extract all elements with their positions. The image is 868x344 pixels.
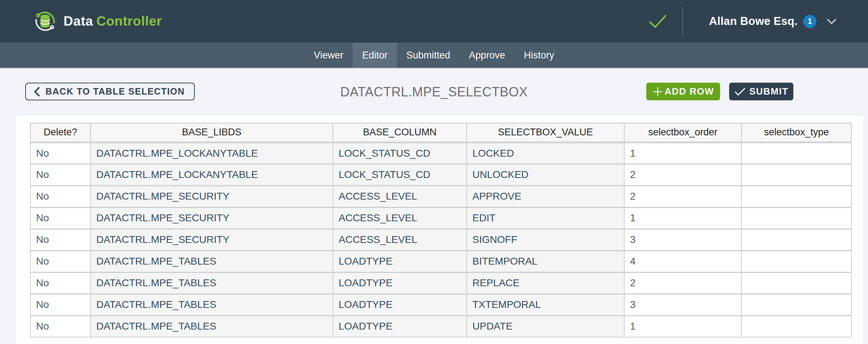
cell-delete[interactable]: No	[30, 164, 91, 186]
table-row: NoDATACTRL.MPE_TABLESLOADTYPEUPDATE1	[30, 315, 851, 337]
column-header-delete[interactable]: Delete?	[30, 123, 91, 142]
column-header-selectbox-order[interactable]: selectbox_order	[624, 123, 741, 142]
cell-selectbox-type[interactable]	[741, 272, 851, 294]
cell-selectbox-order[interactable]: 1	[624, 142, 741, 164]
header-divider	[682, 7, 683, 36]
check-icon[interactable]	[648, 14, 667, 29]
cell-base-libds[interactable]: DATACTRL.MPE_LOCKANYTABLE	[91, 142, 333, 164]
cell-base-libds[interactable]: DATACTRL.MPE_TABLES	[91, 294, 333, 315]
cell-delete[interactable]: No	[30, 186, 91, 207]
app-logo[interactable]: DataController	[33, 9, 162, 33]
user-menu-chevron[interactable]	[827, 18, 837, 25]
cell-base-libds[interactable]: DATACTRL.MPE_TABLES	[91, 315, 333, 337]
cell-base-libds[interactable]: DATACTRL.MPE_LOCKANYTABLE	[91, 164, 333, 186]
cell-base-column[interactable]: LOADTYPE	[333, 294, 467, 315]
cell-base-column[interactable]: LOCK_STATUS_CD	[333, 164, 467, 186]
main-nav: Viewer Editor Submitted Approve History	[0, 43, 868, 69]
cell-base-column[interactable]: ACCESS_LEVEL	[333, 186, 467, 207]
table-row: NoDATACTRL.MPE_TABLESLOADTYPETXTEMPORAL3	[30, 294, 851, 315]
cell-selectbox-type[interactable]	[741, 207, 851, 229]
cell-selectbox-value[interactable]: LOCKED	[467, 142, 624, 164]
cell-selectbox-value[interactable]: BITEMPORAL	[467, 251, 624, 272]
cell-delete[interactable]: No	[30, 207, 91, 229]
app-header: DataController Allan Bowe Esq. 1	[0, 0, 868, 43]
tab-viewer[interactable]: Viewer	[304, 43, 353, 68]
cell-selectbox-type[interactable]	[741, 315, 851, 337]
cell-selectbox-order[interactable]: 1	[624, 207, 741, 229]
cell-selectbox-order[interactable]: 1	[624, 315, 741, 337]
cell-selectbox-value[interactable]: EDIT	[467, 207, 624, 229]
editor-grid: Delete? BASE_LIBDS BASE_COLUMN SELECTBOX…	[30, 123, 852, 338]
content-panel: Delete? BASE_LIBDS BASE_COLUMN SELECTBOX…	[16, 116, 863, 344]
tab-editor[interactable]: Editor	[353, 43, 397, 68]
cell-base-libds[interactable]: DATACTRL.MPE_TABLES	[91, 272, 333, 294]
cell-selectbox-type[interactable]	[741, 164, 851, 186]
tab-submitted[interactable]: Submitted	[397, 43, 460, 68]
cell-selectbox-type[interactable]	[741, 294, 851, 315]
app-title: DataController	[63, 14, 162, 29]
cell-selectbox-type[interactable]	[741, 186, 851, 207]
cell-base-column[interactable]: LOADTYPE	[333, 315, 467, 337]
add-row-button[interactable]: ADD ROW	[646, 83, 720, 100]
column-header-base-column[interactable]: BASE_COLUMN	[333, 123, 467, 142]
column-header-base-libds[interactable]: BASE_LIBDS	[91, 123, 333, 142]
column-header-selectbox-type[interactable]: selectbox_type	[741, 123, 851, 142]
cell-base-libds[interactable]: DATACTRL.MPE_TABLES	[91, 251, 333, 272]
table-row: NoDATACTRL.MPE_TABLESLOADTYPEBITEMPORAL4	[30, 251, 851, 272]
table-row: NoDATACTRL.MPE_SECURITYACCESS_LEVELAPPRO…	[30, 186, 851, 207]
table-row: NoDATACTRL.MPE_LOCKANYTABLELOCK_STATUS_C…	[30, 164, 851, 186]
cell-selectbox-value[interactable]: SIGNOFF	[467, 229, 624, 251]
cell-delete[interactable]: No	[30, 142, 91, 164]
cell-base-column[interactable]: LOCK_STATUS_CD	[333, 142, 467, 164]
tab-approve[interactable]: Approve	[459, 43, 515, 68]
editor-toolbar: BACK TO TABLE SELECTION DATACTRL.MPE_SEL…	[0, 69, 868, 116]
table-row: NoDATACTRL.MPE_SECURITYACCESS_LEVELEDIT1	[30, 207, 851, 229]
cell-base-column[interactable]: LOADTYPE	[333, 251, 467, 272]
column-header-selectbox-value[interactable]: SELECTBOX_VALUE	[467, 123, 624, 142]
user-name[interactable]: Allan Bowe Esq.	[709, 15, 798, 28]
cell-selectbox-type[interactable]	[741, 251, 851, 272]
cell-selectbox-value[interactable]: REPLACE	[467, 272, 624, 294]
tab-history[interactable]: History	[515, 43, 564, 68]
cell-selectbox-order[interactable]: 2	[624, 164, 741, 186]
cell-delete[interactable]: No	[30, 294, 91, 315]
cell-selectbox-type[interactable]	[741, 229, 851, 251]
table-row: NoDATACTRL.MPE_SECURITYACCESS_LEVELSIGNO…	[30, 229, 851, 251]
cell-selectbox-value[interactable]: APPROVE	[467, 186, 624, 207]
cell-base-column[interactable]: LOADTYPE	[333, 272, 467, 294]
database-logo-icon	[33, 9, 57, 33]
cell-selectbox-order[interactable]: 4	[624, 251, 741, 272]
cell-delete[interactable]: No	[30, 272, 91, 294]
cell-base-column[interactable]: ACCESS_LEVEL	[333, 229, 467, 251]
cell-selectbox-order[interactable]: 2	[624, 272, 741, 294]
cell-selectbox-order[interactable]: 2	[624, 186, 741, 207]
cell-selectbox-order[interactable]: 3	[624, 294, 741, 315]
cell-base-column[interactable]: ACCESS_LEVEL	[333, 207, 467, 229]
cell-delete[interactable]: No	[30, 251, 91, 272]
cell-base-libds[interactable]: DATACTRL.MPE_SECURITY	[91, 229, 333, 251]
cell-selectbox-value[interactable]: UPDATE	[467, 315, 624, 337]
cell-delete[interactable]: No	[30, 315, 91, 337]
notification-badge[interactable]: 1	[803, 15, 816, 28]
chevron-down-icon	[827, 18, 837, 25]
table-row: NoDATACTRL.MPE_TABLESLOADTYPEREPLACE2	[30, 272, 851, 294]
cell-selectbox-type[interactable]	[741, 142, 851, 164]
cell-delete[interactable]: No	[30, 229, 91, 251]
grid-header-row: Delete? BASE_LIBDS BASE_COLUMN SELECTBOX…	[30, 123, 851, 142]
cell-base-libds[interactable]: DATACTRL.MPE_SECURITY	[91, 207, 333, 229]
cell-selectbox-order[interactable]: 3	[624, 229, 741, 251]
cell-base-libds[interactable]: DATACTRL.MPE_SECURITY	[91, 186, 333, 207]
table-row: NoDATACTRL.MPE_LOCKANYTABLELOCK_STATUS_C…	[30, 142, 851, 164]
submit-button[interactable]: SUBMIT	[729, 83, 793, 100]
check-icon	[734, 87, 746, 96]
plus-icon	[652, 86, 663, 97]
cell-selectbox-value[interactable]: TXTEMPORAL	[467, 294, 624, 315]
cell-selectbox-value[interactable]: UNLOCKED	[467, 164, 624, 186]
